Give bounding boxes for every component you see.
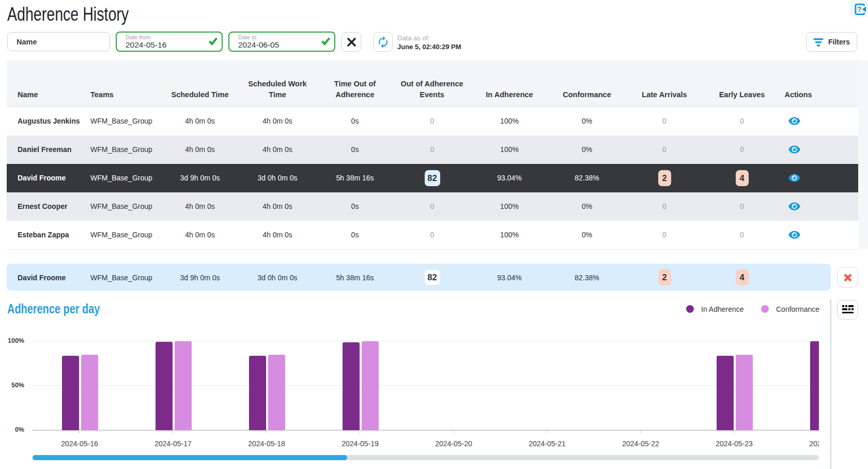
svg-text:?: ? [857, 4, 861, 13]
